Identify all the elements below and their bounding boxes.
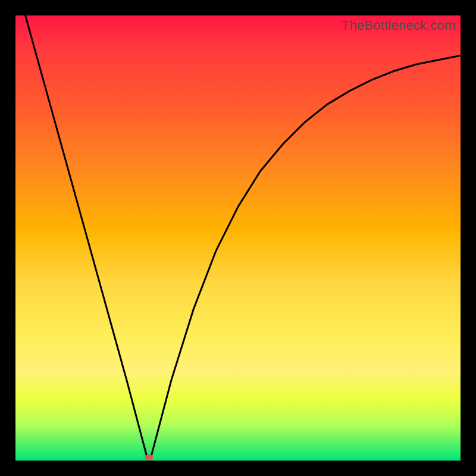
chart-frame: TheBottleneck.com	[0, 0, 476, 476]
watermark-text: TheBottleneck.com	[342, 18, 456, 33]
plot-area: TheBottleneck.com	[15, 15, 461, 461]
curve-layer	[15, 15, 461, 461]
minimum-marker	[145, 455, 153, 461]
bottleneck-curve	[15, 15, 461, 456]
